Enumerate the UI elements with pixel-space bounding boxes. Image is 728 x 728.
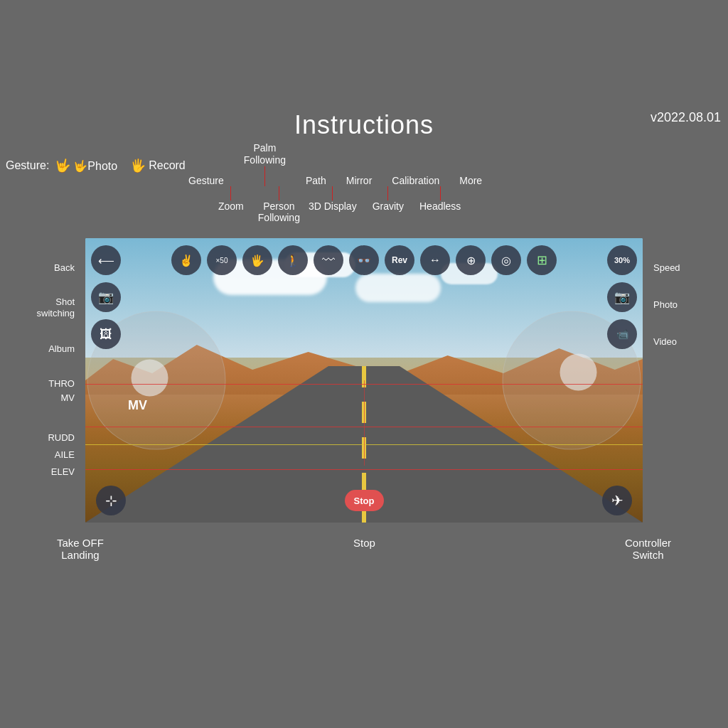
gesture-prefix: Gesture: — [6, 159, 49, 172]
menu-item-palm-following[interactable]: PalmFollowing — [244, 142, 286, 166]
label-stop-bottom: Stop — [353, 537, 375, 561]
toolbar-btn-person[interactable]: 🚶 — [278, 245, 308, 275]
toolbar-btn-vr[interactable]: 👓 — [349, 245, 379, 275]
label-video: Video — [653, 326, 728, 356]
menu-item-gravity[interactable]: Gravity — [373, 200, 404, 212]
headless-indicator-line — [440, 186, 441, 200]
menu-headless-wrap: Headless — [419, 186, 461, 212]
menu-person-following-wrap: PersonFollowing — [258, 186, 300, 225]
menu-bottom-row: Zoom PersonFollowing 3D Display Gravity … — [188, 186, 714, 225]
toolbar-btn-zoom[interactable]: ×50 — [207, 245, 237, 275]
label-elev: ELEV — [0, 464, 75, 478]
right-labels-area: Speed Photo Video — [646, 252, 728, 356]
cloud-3 — [355, 274, 441, 302]
label-photo-right: Photo — [653, 289, 728, 319]
btn-video[interactable]: 📹 — [607, 319, 637, 349]
menu-3d-display-wrap: 3D Display — [309, 186, 357, 212]
bottom-labels: Take OFFLanding Stop ControllerSwitch — [0, 537, 728, 561]
menu-item-gesture[interactable]: Gesture — [188, 161, 224, 186]
gesture-area: Gesture: 🤟 🤟Photo 🖐 Record — [6, 158, 186, 173]
label-controller-switch: ControllerSwitch — [625, 537, 671, 561]
toolbar-btn-peace[interactable]: ✌ — [171, 245, 201, 275]
label-shot-switching: Shotswitching — [0, 289, 75, 326]
btn-photo[interactable]: 📷 — [607, 282, 637, 312]
mv-label: MV — [128, 398, 147, 413]
left-labels-area: Back Shotswitching Album THRO MV RUDD AI… — [0, 252, 82, 478]
toolbar-btn-target[interactable]: ⊕ — [456, 245, 486, 275]
menu-gravity-wrap: Gravity — [373, 186, 404, 212]
gesture-hand-record-icon: 🖐 — [130, 158, 146, 173]
btn-controller[interactable]: ✈ — [602, 486, 632, 515]
label-aile: AILE — [0, 447, 75, 461]
menu-area: Gesture PalmFollowing Path Mirror Calibr… — [188, 142, 714, 224]
toolbar-btn-wave[interactable]: 〰 — [314, 245, 343, 275]
menu-item-calibration[interactable]: Calibration — [392, 161, 439, 186]
menu-item-headless[interactable]: Headless — [419, 200, 461, 212]
toolbar-btn-rev[interactable]: Rev — [385, 245, 414, 275]
joystick-right-thumb — [560, 353, 597, 390]
3d-display-indicator-line — [332, 186, 333, 200]
menu-item-path-wrap: Path — [306, 161, 326, 186]
label-album: Album — [0, 333, 75, 363]
gravity-indicator-line — [387, 186, 388, 200]
btn-album[interactable]: 🖼 — [91, 319, 121, 349]
label-speed: Speed — [653, 252, 728, 282]
camera-bottom: ⊹ Stop ✈ — [85, 486, 643, 515]
menu-item-3d-display[interactable]: 3D Display — [309, 200, 357, 212]
menu-top-row: Gesture PalmFollowing Path Mirror Calibr… — [188, 142, 714, 186]
label-takeoff-landing: Take OFFLanding — [57, 537, 104, 561]
toolbar-btn-circle[interactable]: ◎ — [491, 245, 521, 275]
label-back: Back — [0, 252, 75, 282]
gesture-photo-label: 🤟Photo — [73, 159, 117, 173]
menu-item-palm-following-wrap: PalmFollowing — [244, 142, 286, 186]
page-title: Instructions — [294, 110, 434, 139]
joystick-left-thumb — [131, 359, 168, 396]
center-v-line — [364, 380, 365, 466]
toolbar-btn-flip[interactable]: ↔ — [420, 245, 450, 275]
menu-item-more[interactable]: More — [459, 161, 482, 186]
palm-following-indicator — [264, 166, 265, 186]
btn-shot[interactable]: 📷 — [91, 282, 121, 312]
label-rudd: RUDD — [0, 430, 75, 444]
toolbar-btn-hand[interactable]: 🖐 — [242, 245, 272, 275]
gesture-hand-photo-icon: 🤟 — [55, 158, 70, 173]
menu-item-zoom[interactable]: Zoom — [218, 200, 244, 212]
btn-takeoff[interactable]: ⊹ — [96, 486, 126, 515]
elev-line — [85, 469, 643, 470]
version-label: v2022.08.01 — [651, 110, 721, 125]
btn-stop[interactable]: Stop — [345, 490, 384, 511]
camera-toolbar: ✌ ×50 🖐 🚶 〰 👓 Rev ↔ ⊕ ◎ ⊞ — [85, 245, 643, 275]
label-mv-text: MV — [0, 390, 75, 405]
menu-item-mirror[interactable]: Mirror — [346, 161, 373, 186]
toolbar-btn-grid[interactable]: ⊞ — [527, 245, 557, 275]
header: Instructions — [0, 110, 728, 140]
label-thro: THRO — [0, 376, 75, 390]
menu-item-path[interactable]: Path — [306, 175, 326, 186]
camera-view: ✌ ×50 🖐 🚶 〰 👓 Rev ↔ ⊕ ◎ ⊞ ⟵ 📷 🖼 MV 30% 📷… — [85, 238, 643, 523]
person-following-indicator-line — [279, 186, 279, 200]
menu-zoom-wrap: Zoom — [218, 186, 244, 212]
menu-item-person-following[interactable]: PersonFollowing — [258, 200, 300, 225]
gesture-record-label: Record — [149, 159, 186, 172]
page-container: Instructions v2022.08.01 Gesture: 🤟 🤟Pho… — [0, 0, 728, 728]
zoom-indicator-line — [230, 186, 231, 200]
